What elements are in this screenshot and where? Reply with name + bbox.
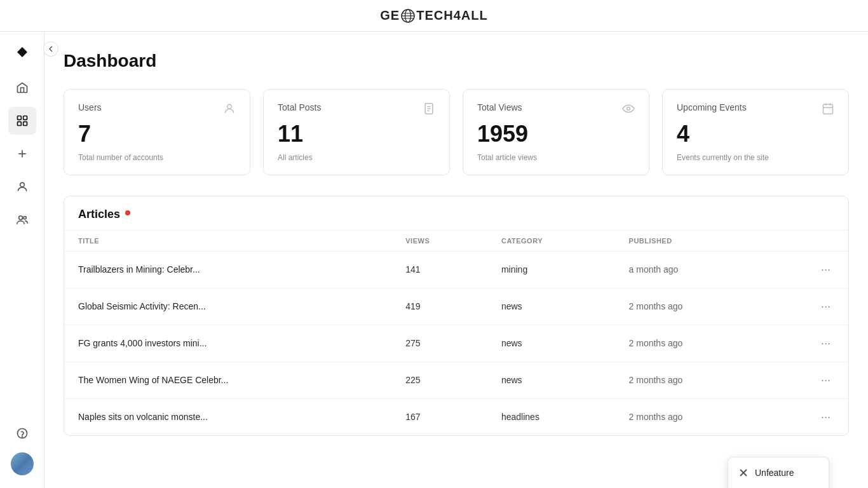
articles-section: Articles TITLE VIEWS CATEGORY PUBLISHED … xyxy=(64,196,849,436)
home-icon xyxy=(16,81,29,94)
logo: GE TECH4ALL xyxy=(380,8,487,23)
articles-header: Articles xyxy=(64,196,848,231)
article-more-button[interactable]: ··· xyxy=(817,336,834,351)
stats-row: Users 7 Total number of accounts Total P… xyxy=(64,89,849,175)
articles-table: TITLE VIEWS CATEGORY PUBLISHED Trailblaz… xyxy=(64,231,848,435)
user-icon xyxy=(223,102,236,118)
svg-point-13 xyxy=(24,217,26,219)
article-published-cell: 2 months ago xyxy=(615,325,766,362)
table-row: FG grants 4,000 investors mini...275news… xyxy=(64,325,848,362)
chevron-left-icon xyxy=(48,46,54,52)
eye-icon xyxy=(622,102,635,118)
sidebar-item-home[interactable] xyxy=(8,74,36,102)
col-header-views: VIEWS xyxy=(391,231,487,252)
stat-card-total-views: Total Views 1959 Total article views xyxy=(463,89,649,175)
x-icon xyxy=(738,468,749,478)
article-title-cell: Naples sits on volcanic monste... xyxy=(64,398,391,435)
article-published-cell: 2 months ago xyxy=(615,362,766,398)
col-header-actions xyxy=(765,231,848,252)
stat-sub-events: Events currently on the site xyxy=(677,153,834,162)
stat-sub-posts: All articles xyxy=(278,153,435,162)
stat-label-views: Total Views xyxy=(477,102,522,112)
stat-card-header-posts: Total Posts xyxy=(278,102,435,118)
articles-table-head: TITLE VIEWS CATEGORY PUBLISHED xyxy=(64,231,848,252)
users-icon xyxy=(16,214,29,226)
sidebar-item-help[interactable] xyxy=(8,419,36,447)
context-menu-unfeature-label: Unfeature xyxy=(755,468,794,478)
stat-value-users: 7 xyxy=(78,121,236,147)
article-views-cell: 275 xyxy=(391,325,487,362)
svg-point-21 xyxy=(627,107,630,111)
article-more-button[interactable]: ··· xyxy=(817,372,834,388)
stat-sub-views: Total article views xyxy=(477,153,635,162)
article-actions-cell: ··· xyxy=(765,362,848,398)
stat-card-users: Users 7 Total number of accounts xyxy=(64,89,250,175)
article-views-cell: 225 xyxy=(391,362,487,398)
stat-value-events: 4 xyxy=(677,121,834,147)
article-title-cell: The Women Wing of NAEGE Celebr... xyxy=(64,362,391,398)
svg-point-11 xyxy=(20,182,24,187)
article-more-button[interactable]: ··· xyxy=(817,409,834,425)
articles-table-header-row: TITLE VIEWS CATEGORY PUBLISHED xyxy=(64,231,848,252)
svg-rect-7 xyxy=(17,122,21,126)
brand-icon xyxy=(8,38,36,66)
stat-label-events: Upcoming Events xyxy=(677,102,747,112)
article-published-cell: 2 months ago xyxy=(615,398,766,435)
stat-sub-users: Total number of accounts xyxy=(78,153,236,162)
articles-table-body: Trailblazers in Mining: Celebr...141mini… xyxy=(64,251,848,435)
article-category-cell: news xyxy=(487,325,615,362)
sidebar-item-user[interactable] xyxy=(8,173,36,201)
rail-bottom xyxy=(8,419,36,488)
article-actions-cell: ··· xyxy=(765,288,848,325)
article-views-cell: 419 xyxy=(391,288,487,325)
sidebar-item-dashboard[interactable] xyxy=(8,107,36,135)
svg-point-12 xyxy=(18,216,22,220)
context-menu: Unfeature Edit xyxy=(728,457,829,488)
logo-text-ge: GE xyxy=(380,8,400,23)
col-header-category: CATEGORY xyxy=(487,231,615,252)
user-avatar[interactable] xyxy=(11,452,34,475)
article-views-cell: 167 xyxy=(391,398,487,435)
article-more-button[interactable]: ··· xyxy=(817,262,834,278)
sidebar-toggle-button[interactable] xyxy=(43,41,58,57)
article-category-cell: news xyxy=(487,362,615,398)
col-header-title: TITLE xyxy=(64,231,391,252)
page-title: Dashboard xyxy=(64,51,849,71)
grid-icon xyxy=(16,114,29,127)
stat-label-posts: Total Posts xyxy=(278,102,321,112)
stat-card-upcoming-events: Upcoming Events 4 Events currently on th… xyxy=(662,89,849,175)
table-row: Trailblazers in Mining: Celebr...141mini… xyxy=(64,251,848,288)
article-title-cell: Trailblazers in Mining: Celebr... xyxy=(64,251,391,288)
sidebar-item-users[interactable] xyxy=(8,206,36,234)
table-row: Naples sits on volcanic monste...167head… xyxy=(64,398,848,435)
stat-value-views: 1959 xyxy=(477,121,635,147)
article-more-button[interactable]: ··· xyxy=(817,299,834,315)
svg-rect-5 xyxy=(17,116,21,120)
article-category-cell: news xyxy=(487,288,615,325)
article-title-cell: FG grants 4,000 investors mini... xyxy=(64,325,391,362)
user-single-icon xyxy=(16,180,29,193)
svg-point-16 xyxy=(227,104,232,109)
logo-text-tech4all: TECH4ALL xyxy=(416,8,487,23)
article-published-cell: a month ago xyxy=(615,251,766,288)
articles-section-title: Articles xyxy=(78,208,120,221)
avatar-image xyxy=(11,452,34,475)
sidebar-item-add[interactable] xyxy=(8,140,36,168)
article-category-cell: headlines xyxy=(487,398,615,435)
col-header-published: PUBLISHED xyxy=(615,231,766,252)
svg-rect-22 xyxy=(824,104,833,114)
plus-icon xyxy=(16,147,29,160)
table-row: The Women Wing of NAEGE Celebr...225news… xyxy=(64,362,848,398)
stat-card-total-posts: Total Posts 11 All articles xyxy=(263,89,450,175)
article-views-cell: 141 xyxy=(391,251,487,288)
globe-icon xyxy=(401,9,415,23)
calendar-icon xyxy=(822,102,834,118)
table-row: Global Seismic Activity: Recen...419news… xyxy=(64,288,848,325)
context-menu-unfeature[interactable]: Unfeature xyxy=(728,461,829,484)
svg-rect-8 xyxy=(23,122,27,126)
stat-label-users: Users xyxy=(78,102,102,112)
article-actions-cell: ··· xyxy=(765,398,848,435)
article-category-cell: mining xyxy=(487,251,615,288)
context-menu-edit[interactable]: Edit xyxy=(728,484,829,488)
article-title-cell: Global Seismic Activity: Recen... xyxy=(64,288,391,325)
